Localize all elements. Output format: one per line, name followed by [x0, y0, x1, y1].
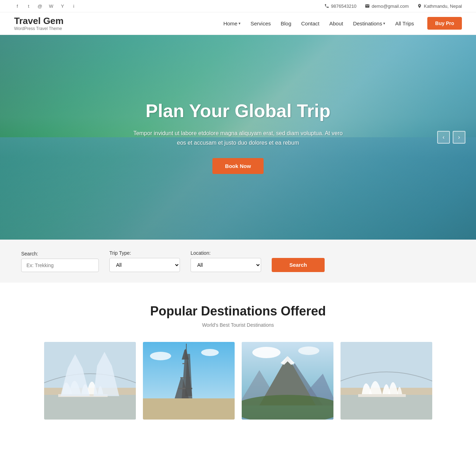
destination-card-1[interactable] — [44, 342, 136, 420]
youtube-icon[interactable]: Y — [59, 3, 66, 9]
site-header: Travel Gem WordPress Travel Theme Home ▾… — [0, 12, 476, 35]
svg-rect-3 — [58, 394, 108, 397]
wordpress-icon[interactable]: W — [48, 3, 54, 9]
location-text: Kathmandu, Nepal — [424, 4, 462, 9]
nav-blog[interactable]: Blog — [281, 20, 291, 26]
location-field-group: Location: All Asia Europe Americas Afric… — [191, 250, 261, 272]
search-button[interactable]: Search — [272, 258, 325, 272]
nav-home[interactable]: Home ▾ — [223, 20, 241, 26]
svg-point-6 — [150, 352, 171, 360]
svg-rect-27 — [358, 394, 406, 397]
buy-pro-button[interactable]: Buy Pro — [427, 17, 462, 30]
svg-point-17 — [298, 347, 319, 355]
svg-point-23 — [242, 395, 333, 420]
trip-type-field-group: Trip Type: All Adventure Cultural Beach … — [109, 250, 180, 272]
site-logo[interactable]: Travel Gem WordPress Travel Theme — [14, 16, 64, 31]
svg-rect-4 — [143, 342, 235, 398]
book-now-button[interactable]: Book Now — [212, 158, 264, 174]
search-field-group: Search: — [21, 251, 99, 272]
top-bar: f t @ W Y i 9876543210 demo@gmail.com Ka… — [0, 0, 476, 12]
svg-rect-5 — [143, 398, 235, 420]
nav-all-trips[interactable]: All Trips — [395, 20, 414, 26]
nav-destinations[interactable]: Destinations ▾ — [353, 20, 385, 26]
destinations-grid — [44, 342, 432, 420]
nav-services[interactable]: Services — [251, 20, 271, 26]
location-select[interactable]: All Asia Europe Americas Africa Oceania — [191, 258, 261, 272]
search-label: Search: — [21, 251, 99, 257]
svg-point-16 — [252, 347, 281, 358]
svg-rect-11 — [182, 363, 188, 364]
twitter-icon[interactable]: t — [25, 3, 32, 9]
popular-destinations-subtitle: World's Best Tourist Destinations — [14, 322, 462, 328]
email-info: demo@gmail.com — [365, 4, 409, 9]
search-input[interactable] — [21, 259, 99, 272]
popular-destinations-section: Popular Destinations Offered World's Bes… — [0, 283, 476, 434]
hero-content: Plan Your Global Trip Tempor invidunt ut… — [125, 93, 351, 181]
instagram-icon[interactable]: @ — [37, 3, 43, 9]
svg-point-7 — [201, 349, 219, 356]
hero-section: Plan Your Global Trip Tempor invidunt ut… — [0, 35, 476, 240]
logo-title: Travel Gem — [14, 16, 64, 26]
logo-subtitle: WordPress Travel Theme — [14, 26, 64, 31]
destination-card-4[interactable] — [341, 342, 432, 420]
location-label: Location: — [191, 250, 261, 256]
trip-type-label: Trip Type: — [109, 250, 180, 256]
hero-description: Tempor invidunt ut labore etdolore magna… — [132, 128, 344, 147]
social-links: f t @ W Y i — [14, 3, 77, 9]
email-address: demo@gmail.com — [372, 4, 409, 9]
chevron-down-icon-2: ▾ — [383, 21, 385, 26]
nav-about[interactable]: About — [329, 20, 343, 26]
svg-rect-26 — [341, 395, 432, 420]
hero-navigation: ‹ › — [437, 131, 465, 144]
linkedin-icon[interactable]: i — [71, 3, 77, 9]
hero-title: Plan Your Global Trip — [132, 100, 344, 121]
search-section: Search: Trip Type: All Adventure Cultura… — [0, 240, 476, 283]
popular-destinations-title: Popular Destinations Offered — [14, 304, 462, 319]
hero-prev-button[interactable]: ‹ — [437, 131, 450, 144]
destination-card-3[interactable] — [242, 342, 333, 420]
phone-number: 9876543210 — [331, 4, 356, 9]
svg-rect-12 — [180, 377, 190, 378]
facebook-icon[interactable]: f — [14, 3, 20, 9]
svg-rect-13 — [178, 388, 192, 389]
svg-rect-2 — [44, 395, 136, 420]
trip-type-select[interactable]: All Adventure Cultural Beach Mountain — [109, 258, 180, 272]
destination-card-2[interactable] — [143, 342, 235, 420]
hero-next-button[interactable]: › — [453, 131, 465, 144]
chevron-down-icon: ▾ — [239, 21, 241, 26]
phone-info: 9876543210 — [324, 4, 356, 9]
contact-info: 9876543210 demo@gmail.com Kathmandu, Nep… — [324, 4, 462, 9]
nav-contact[interactable]: Contact — [301, 20, 320, 26]
main-nav: Home ▾ Services Blog Contact About Desti… — [223, 17, 462, 30]
location-info: Kathmandu, Nepal — [417, 4, 462, 9]
